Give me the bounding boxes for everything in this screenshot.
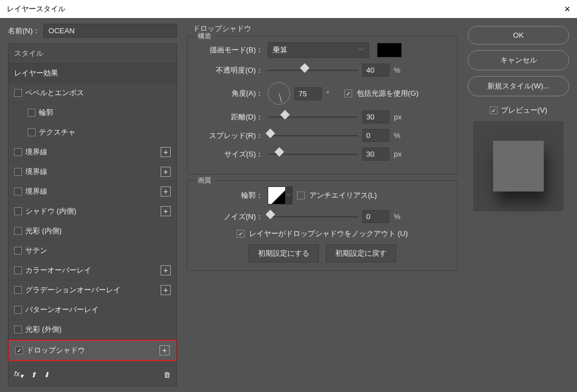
global-light-checkbox[interactable] (344, 90, 352, 97)
knockout-checkbox[interactable] (237, 230, 245, 238)
structure-legend: 構造 (194, 32, 215, 41)
style-item-label: 光彩 (外側) (25, 324, 61, 335)
chevron-down-icon: ﹀ (285, 187, 292, 204)
name-input[interactable] (43, 24, 177, 38)
style-checkbox[interactable] (14, 89, 22, 97)
style-checkbox[interactable] (15, 346, 23, 354)
preview-checkbox[interactable] (490, 106, 498, 114)
style-item[interactable]: ドロップシャドウ+ (8, 340, 176, 361)
quality-group: 画質 輪郭： ﹀ アンチエイリアス(L) ノイズ(N)： % レイヤーがドロップ… (187, 180, 458, 271)
ok-button[interactable]: OK (468, 26, 569, 44)
reset-default-button[interactable]: 初期設定に戻す (326, 244, 396, 262)
style-item[interactable]: サテン (8, 241, 176, 261)
style-item[interactable]: 光彩 (内側) (8, 221, 176, 241)
global-light-label: 包括光源を使用(G) (357, 88, 419, 99)
noise-slider[interactable] (268, 212, 358, 222)
style-checkbox[interactable] (14, 168, 22, 176)
contour-label: 輪郭： (196, 190, 263, 201)
chevron-down-icon: ﹀ (358, 46, 364, 54)
size-input[interactable] (362, 148, 389, 161)
opacity-unit: % (394, 66, 407, 74)
preview-label: プレビュー(V) (501, 105, 547, 115)
opacity-slider[interactable] (268, 65, 358, 75)
plus-icon[interactable]: + (161, 206, 171, 216)
style-item-label: サテン (25, 246, 47, 256)
size-slider[interactable] (268, 149, 358, 159)
window-title: レイヤースタイル (7, 4, 65, 14)
cancel-button[interactable]: キャンセル (468, 50, 569, 70)
distance-input[interactable] (362, 110, 389, 123)
style-item-label: ベベルとエンボス (25, 88, 84, 98)
style-list: スタイル レイヤー効果 ベベルとエンボス輪郭テクスチャ境界線+境界線+境界線+シ… (8, 43, 177, 386)
style-item[interactable]: テクスチャ (8, 123, 176, 142)
close-icon[interactable]: × (564, 3, 570, 15)
plus-icon[interactable]: + (161, 167, 171, 177)
angle-label: 角度(A)： (196, 88, 263, 99)
knockout-label: レイヤーがドロップシャドウをノックアウト (U) (249, 229, 408, 239)
angle-unit: ° (326, 90, 340, 98)
opacity-input[interactable] (362, 64, 389, 77)
quality-legend: 画質 (194, 176, 215, 185)
arrow-down-icon[interactable]: ⬇ (43, 371, 50, 379)
arrow-up-icon[interactable]: ⬆ (30, 371, 37, 379)
style-item[interactable]: カラーオーバーレイ+ (8, 261, 176, 280)
new-style-button[interactable]: 新規スタイル(W)... (468, 76, 569, 96)
antialias-checkbox[interactable] (297, 191, 305, 199)
contour-picker[interactable]: ﹀ (268, 186, 292, 204)
distance-label: 距離(D)： (196, 112, 263, 122)
distance-slider[interactable] (268, 112, 358, 122)
style-checkbox[interactable] (28, 128, 35, 136)
style-checkbox[interactable] (14, 148, 22, 156)
style-item[interactable]: パターンオーバーレイ (8, 300, 176, 320)
shadow-color-swatch[interactable] (377, 43, 402, 57)
style-item-label: カラーオーバーレイ (25, 265, 91, 275)
style-checkbox[interactable] (14, 326, 22, 333)
style-checkbox[interactable] (14, 207, 22, 215)
fx-icon[interactable]: fx▾ (14, 369, 24, 380)
blendmode-select[interactable]: 乗算 ﹀ (268, 42, 369, 58)
spread-unit: % (394, 131, 407, 140)
style-item-label: 境界線 (25, 186, 47, 197)
style-item-label: グラデーションオーバーレイ (25, 285, 121, 295)
plus-icon[interactable]: + (159, 345, 170, 355)
style-checkbox[interactable] (28, 109, 35, 117)
make-default-button[interactable]: 初期設定にする (248, 244, 319, 262)
style-item[interactable]: 境界線+ (8, 162, 176, 182)
style-item-label: 輪郭 (39, 108, 54, 118)
style-item-layerfx[interactable]: レイヤー効果 (8, 64, 176, 83)
style-item[interactable]: 輪郭 (8, 103, 176, 123)
plus-icon[interactable]: + (161, 265, 171, 275)
trash-icon[interactable]: 🗑 (163, 371, 171, 379)
style-item[interactable]: 境界線+ (8, 142, 176, 162)
plus-icon[interactable]: + (161, 285, 171, 295)
noise-label: ノイズ(N)： (196, 212, 263, 222)
style-item[interactable]: シャドウ (内側)+ (8, 202, 176, 221)
blendmode-label: 描画モード(B)： (196, 45, 263, 55)
spread-slider[interactable] (268, 131, 358, 141)
style-item-label: パターンオーバーレイ (25, 305, 99, 315)
style-item[interactable]: ベベルとエンボス (8, 83, 176, 103)
style-item-label: テクスチャ (39, 127, 76, 137)
style-checkbox[interactable] (14, 306, 22, 314)
style-checkbox[interactable] (14, 266, 22, 274)
opacity-label: 不透明度(O)： (196, 65, 263, 75)
style-checkbox[interactable] (14, 247, 22, 255)
style-list-header: スタイル (8, 44, 176, 64)
size-label: サイズ(S)： (196, 149, 263, 159)
size-unit: px (394, 150, 407, 158)
style-checkbox[interactable] (14, 188, 22, 195)
noise-unit: % (394, 212, 407, 221)
antialias-label: アンチエイリアス(L) (309, 190, 377, 201)
plus-icon[interactable]: + (161, 186, 171, 197)
spread-input[interactable] (362, 129, 389, 142)
style-checkbox[interactable] (14, 227, 22, 235)
noise-input[interactable] (362, 210, 389, 223)
style-checkbox[interactable] (14, 286, 22, 294)
angle-input[interactable] (295, 87, 322, 100)
style-item-label: 光彩 (内側) (25, 226, 61, 236)
style-item[interactable]: 光彩 (外側) (8, 320, 176, 340)
style-item[interactable]: 境界線+ (8, 182, 176, 202)
style-item[interactable]: グラデーションオーバーレイ+ (8, 280, 176, 300)
plus-icon[interactable]: + (161, 147, 171, 157)
angle-dial[interactable] (268, 82, 290, 105)
